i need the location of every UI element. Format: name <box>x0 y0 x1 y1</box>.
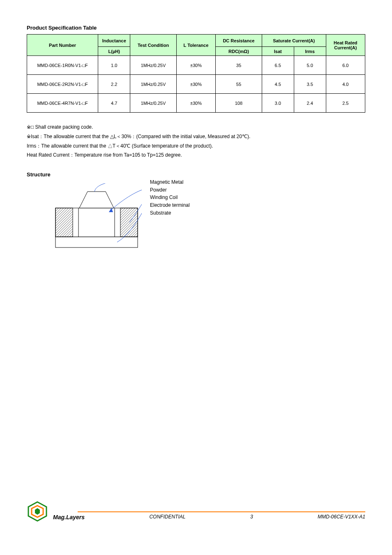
th-rdc: RDC(mΩ) <box>216 47 262 56</box>
note-line: Irms：The allowable current that the △T＜4… <box>27 141 365 151</box>
cell-l: 4.7 <box>98 94 130 113</box>
cell-tol: ±30% <box>176 94 215 113</box>
cell-l: 2.2 <box>98 75 130 94</box>
cell-isat: 4.5 <box>262 75 294 94</box>
cell-cond: 1MHz/0.25V <box>130 56 177 75</box>
page-footer: Mag.Layers CONFIDENTIAL 3 MMD-06CE-V1XX-… <box>27 501 365 522</box>
note-seg: △T＜40℃ (Surface temperature of the produ… <box>108 143 213 149</box>
svg-rect-3 <box>55 208 73 237</box>
note-seg: △L＜30%：(Compared with the initial value,… <box>110 134 251 139</box>
th-luh: L(µH) <box>98 47 130 56</box>
cell-cond: 1MHz/0.25V <box>130 75 177 94</box>
cell-heat: 6.0 <box>326 56 365 75</box>
cell-cond: 1MHz/0.25V <box>130 94 177 113</box>
label-a: Magnetic Metal Powder <box>150 178 191 194</box>
cell-irms: 2.4 <box>294 94 326 113</box>
footer-confidential: CONFIDENTIAL <box>149 514 185 520</box>
cell-part: MMD-06CE-1R0N-V1-□F <box>27 56 98 75</box>
footer-page: 3 <box>250 514 253 520</box>
cell-rdc: 108 <box>216 94 262 113</box>
structure-title: Structure <box>27 171 365 178</box>
cell-heat: 4.0 <box>326 75 365 94</box>
cell-part: MMD-06CE-2R2N-V1-□F <box>27 75 98 94</box>
th-inductance: Inductance <box>98 35 130 47</box>
note-line: ※Isat：The allowable current that the △L＜… <box>27 132 365 141</box>
th-tol: L Tolerance <box>176 35 215 56</box>
label-b: Winding Coil <box>150 194 191 201</box>
svg-rect-0 <box>55 237 138 247</box>
cell-l: 1.0 <box>98 56 130 75</box>
note-seg: ※Isat：The allowable current that the <box>27 134 108 139</box>
svg-marker-2 <box>79 192 114 208</box>
section-title: Product Specification Table <box>27 25 365 31</box>
th-irms: Irms <box>294 47 326 56</box>
note-seg: Irms：The allowable current that the <box>27 143 106 149</box>
footer-rev: MMD-06CE-V1XX-A1 <box>318 514 365 520</box>
th-cond: Test Condition <box>130 35 177 56</box>
cell-heat: 2.5 <box>326 94 365 113</box>
footer-company: Mag.Layers <box>53 514 85 520</box>
structure-labels: Magnetic Metal Powder Winding Coil Elect… <box>150 178 191 217</box>
structure-diagram-icon <box>51 183 142 253</box>
cell-isat: 3.0 <box>262 94 294 113</box>
table-row: MMD-06CE-1R0N-V1-□F 1.0 1MHz/0.25V ±30% … <box>27 56 365 75</box>
label-c: Electrode terminal <box>150 201 191 209</box>
cell-tol: ±30% <box>176 75 215 94</box>
cell-rdc: 35 <box>216 56 262 75</box>
svg-marker-10 <box>35 508 40 515</box>
cell-irms: 5.0 <box>294 56 326 75</box>
note-line: ※□ Shall create packing code. <box>27 123 365 132</box>
th-heat: Heat Rated Current(A) <box>326 35 365 56</box>
table-row: MMD-06CE-2R2N-V1-□F 2.2 1MHz/0.25V ±30% … <box>27 75 365 94</box>
svg-rect-4 <box>120 208 138 237</box>
th-dcres: DC Resistance <box>216 35 262 47</box>
cell-part: MMD-06CE-4R7N-V1-□F <box>27 94 98 113</box>
th-satcur: Saturate Current(A) <box>262 35 326 47</box>
cell-rdc: 55 <box>216 75 262 94</box>
cell-isat: 6.5 <box>262 56 294 75</box>
spec-table: Part Number Inductance Test Condition L … <box>27 34 365 113</box>
table-row: MMD-06CE-4R7N-V1-□F 4.7 1MHz/0.25V ±30% … <box>27 94 365 113</box>
th-isat: Isat <box>262 47 294 56</box>
note-line: Heat Rated Current：Temperature rise from… <box>27 150 365 160</box>
structure-figure: Magnetic Metal Powder Winding Coil Elect… <box>51 183 191 253</box>
cell-irms: 3.5 <box>294 75 326 94</box>
notes-block: ※□ Shall create packing code. ※Isat：The … <box>27 123 365 160</box>
cell-tol: ±30% <box>176 56 215 75</box>
label-d: Substrate <box>150 209 191 217</box>
th-part: Part Number <box>27 35 98 56</box>
maglayers-logo-icon <box>27 501 48 522</box>
